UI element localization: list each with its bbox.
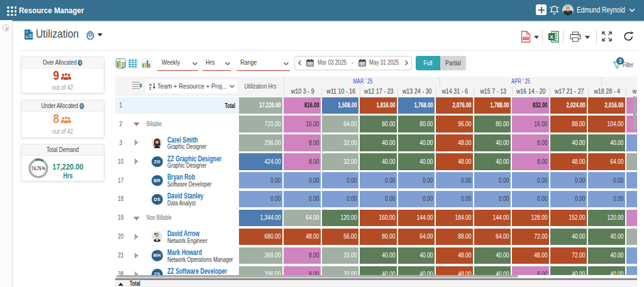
svg-text:Z: Z [149, 87, 152, 90]
svg-text:PDF: PDF [523, 37, 528, 40]
svg-text:X: X [550, 34, 553, 40]
svg-text:A: A [149, 83, 152, 87]
